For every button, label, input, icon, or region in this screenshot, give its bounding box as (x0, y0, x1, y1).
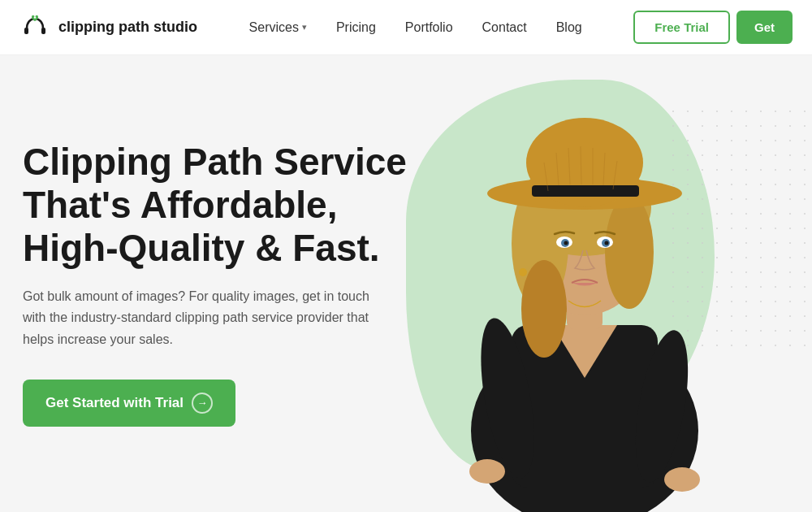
nav-portfolio[interactable]: Portfolio (405, 20, 453, 35)
hero-section: Clipping Path Service That's Affordable,… (0, 55, 812, 512)
nav-contact[interactable]: Contact (482, 20, 527, 35)
services-chevron-icon: ▾ (302, 22, 307, 33)
svg-point-12 (521, 260, 567, 358)
svg-rect-2 (41, 28, 45, 34)
logo-icon (19, 12, 50, 43)
logo-text: clipping path studio (58, 19, 197, 36)
get-started-header-button[interactable]: Get (736, 11, 793, 44)
arrow-circle-icon: → (192, 393, 213, 414)
svg-point-28 (605, 241, 609, 245)
nav-blog[interactable]: Blog (556, 20, 582, 35)
svg-point-3 (34, 16, 36, 18)
hero-description: Got bulk amount of images? For quality i… (23, 286, 372, 350)
logo[interactable]: clipping path studio (19, 12, 197, 43)
nav-services[interactable]: Services ▾ (249, 20, 307, 35)
svg-point-32 (469, 459, 505, 484)
free-trial-button[interactable]: Free Trial (633, 11, 730, 44)
hero-content: Clipping Path Service That's Affordable,… (0, 141, 407, 427)
nav-pricing[interactable]: Pricing (336, 20, 376, 35)
cta-button[interactable]: Get Started with Trial → (23, 380, 235, 427)
site-header: clipping path studio Services ▾ Pricing … (0, 0, 812, 55)
svg-point-33 (664, 467, 700, 492)
svg-point-27 (564, 241, 568, 245)
svg-point-29 (519, 268, 527, 276)
svg-point-11 (605, 195, 654, 309)
hero-title: Clipping Path Service That's Affordable,… (23, 141, 407, 270)
hero-image (382, 57, 788, 512)
svg-rect-1 (24, 28, 28, 34)
main-nav: Services ▾ Pricing Portfolio Contact Blo… (249, 20, 582, 35)
header-actions: Free Trial Get (633, 11, 793, 44)
